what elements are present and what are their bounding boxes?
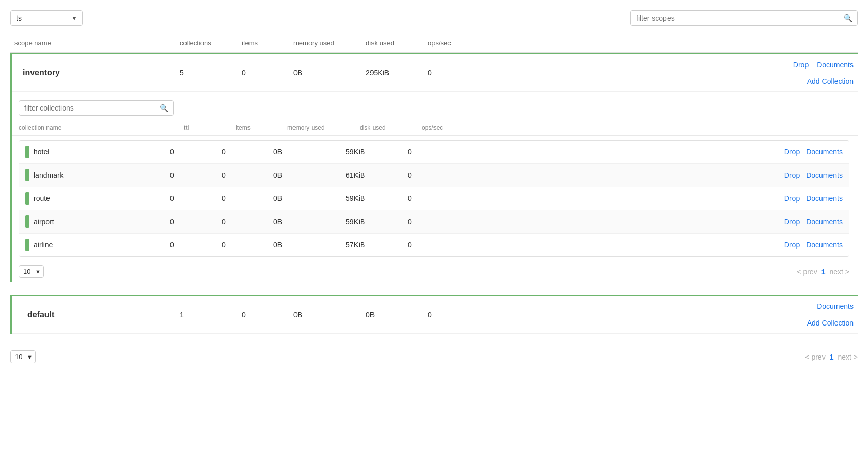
- header-actions: [486, 37, 858, 49]
- inventory-per-page-wrapper: 10 25 50 ▼: [19, 265, 44, 278]
- inventory-ops-sec: 0: [428, 69, 490, 77]
- airport-ttl: 0: [170, 218, 222, 226]
- default-add-collection-wrapper: Add Collection: [807, 319, 854, 327]
- bottom-per-page-wrapper: 10 25 50 ▼: [10, 350, 36, 363]
- hotel-ops-sec: 0: [408, 148, 470, 156]
- hotel-actions: Drop Documents: [470, 148, 843, 156]
- bottom-prev-button[interactable]: < prev: [805, 353, 825, 361]
- filter-collections-wrapper: 🔍: [10, 92, 858, 120]
- default-collections-count: 1: [180, 311, 242, 319]
- header-items: items: [238, 37, 289, 49]
- route-ops-sec: 0: [408, 194, 470, 203]
- landmark-drop-button[interactable]: Drop: [784, 171, 800, 179]
- landmark-ttl: 0: [170, 171, 222, 179]
- collection-name-cell-hotel: hotel: [25, 146, 170, 158]
- header-collections: collections: [176, 37, 238, 49]
- collection-indicator-landmark: [25, 169, 29, 181]
- inventory-disk-used: 295KiB: [366, 69, 428, 77]
- col-actions-header: [484, 122, 849, 133]
- collection-indicator-route: [25, 192, 29, 205]
- hotel-ttl: 0: [170, 148, 222, 156]
- default-documents-button[interactable]: Documents: [817, 302, 854, 311]
- airline-memory-used: 0B: [273, 241, 346, 249]
- airport-items: 0: [222, 218, 273, 226]
- inventory-pagination-nav: < prev 1 next >: [797, 268, 849, 276]
- route-ttl: 0: [170, 194, 222, 203]
- airline-items: 0: [222, 241, 273, 249]
- bottom-next-button[interactable]: next >: [838, 353, 858, 361]
- inventory-scope-row: inventory 5 0 0B 295KiB 0 Drop Documents…: [10, 54, 858, 92]
- header-disk-used: disk used: [362, 37, 424, 49]
- default-scope-actions: Documents Add Collection: [490, 302, 854, 327]
- inventory-current-page: 1: [822, 268, 826, 276]
- inventory-add-collection-wrapper: Add Collection: [807, 77, 854, 85]
- filter-scopes-input[interactable]: [630, 10, 858, 26]
- default-add-collection-button[interactable]: Add Collection: [807, 319, 854, 327]
- scope-table-header: scope name collections items memory used…: [10, 34, 858, 53]
- route-disk-used: 59KiB: [346, 194, 408, 203]
- airline-documents-button[interactable]: Documents: [806, 241, 843, 249]
- inventory-next-button[interactable]: next >: [829, 268, 849, 276]
- landmark-ops-sec: 0: [408, 171, 470, 179]
- hotel-items: 0: [222, 148, 273, 156]
- scope-select-wrapper: ts default ▼: [10, 10, 83, 26]
- hotel-drop-button[interactable]: Drop: [784, 148, 800, 156]
- bottom-pagination-bar: 10 25 50 ▼ < prev 1 next >: [10, 346, 858, 367]
- collection-name-hotel: hotel: [34, 148, 49, 156]
- header-ops-sec: ops/sec: [424, 37, 486, 49]
- collection-indicator-hotel: [25, 146, 29, 158]
- airline-ops-sec: 0: [408, 241, 470, 249]
- airport-drop-button[interactable]: Drop: [784, 218, 800, 226]
- collection-name-airline: airline: [34, 241, 53, 249]
- hotel-documents-button[interactable]: Documents: [806, 148, 843, 156]
- filter-collections-input[interactable]: [19, 100, 174, 116]
- inventory-memory-used: 0B: [293, 69, 366, 77]
- route-actions: Drop Documents: [470, 194, 843, 203]
- default-memory-used: 0B: [293, 311, 366, 319]
- inventory-top-actions: Drop Documents: [793, 60, 854, 69]
- bottom-pagination-nav: < prev 1 next >: [805, 353, 858, 361]
- airport-memory-used: 0B: [273, 218, 346, 226]
- inventory-prev-button[interactable]: < prev: [797, 268, 817, 276]
- col-disk-used: disk used: [360, 122, 422, 133]
- col-collection-name: collection name: [19, 122, 184, 133]
- bottom-current-page: 1: [830, 353, 834, 361]
- collection-name-airport: airport: [34, 218, 54, 226]
- default-disk-used: 0B: [366, 311, 428, 319]
- header-memory-used: memory used: [289, 37, 362, 49]
- collection-name-cell-airport: airport: [25, 215, 170, 228]
- scope-block-inventory: inventory 5 0 0B 295KiB 0 Drop Documents…: [10, 53, 858, 282]
- landmark-actions: Drop Documents: [470, 171, 843, 179]
- hotel-disk-used: 59KiB: [346, 148, 408, 156]
- airline-drop-button[interactable]: Drop: [784, 241, 800, 249]
- collection-name-route: route: [34, 194, 50, 203]
- hotel-memory-used: 0B: [273, 148, 346, 156]
- col-memory-used: memory used: [287, 122, 360, 133]
- default-documents-wrapper: Documents: [817, 302, 854, 311]
- col-ttl: ttl: [184, 122, 236, 133]
- inventory-add-collection-button[interactable]: Add Collection: [807, 77, 854, 85]
- filter-scopes-search-icon: 🔍: [844, 14, 853, 22]
- inventory-items-count: 0: [242, 69, 293, 77]
- route-drop-button[interactable]: Drop: [784, 194, 800, 203]
- filter-collections-search-icon: 🔍: [160, 104, 168, 112]
- inventory-scope-name: inventory: [14, 68, 180, 78]
- scope-select[interactable]: ts default: [10, 10, 83, 26]
- airline-actions: Drop Documents: [470, 241, 843, 249]
- landmark-items: 0: [222, 171, 273, 179]
- collection-name-cell-landmark: landmark: [25, 169, 170, 181]
- airport-documents-button[interactable]: Documents: [806, 218, 843, 226]
- collection-name-landmark: landmark: [34, 171, 64, 179]
- default-ops-sec: 0: [428, 311, 490, 319]
- landmark-documents-button[interactable]: Documents: [806, 171, 843, 179]
- inventory-documents-button[interactable]: Documents: [817, 60, 854, 69]
- landmark-memory-used: 0B: [273, 171, 346, 179]
- inventory-drop-button[interactable]: Drop: [793, 60, 809, 69]
- inventory-per-page-select[interactable]: 10 25 50: [19, 265, 44, 278]
- collection-name-cell-route: route: [25, 192, 170, 205]
- bottom-per-page-select[interactable]: 10 25 50: [10, 350, 36, 363]
- default-scope-row: _default 1 0 0B 0B 0 Documents Add Colle…: [10, 296, 858, 334]
- route-documents-button[interactable]: Documents: [806, 194, 843, 203]
- collection-list: hotel 0 0 0B 59KiB 0 Drop Documents land…: [19, 140, 849, 257]
- collection-indicator-airline: [25, 239, 29, 251]
